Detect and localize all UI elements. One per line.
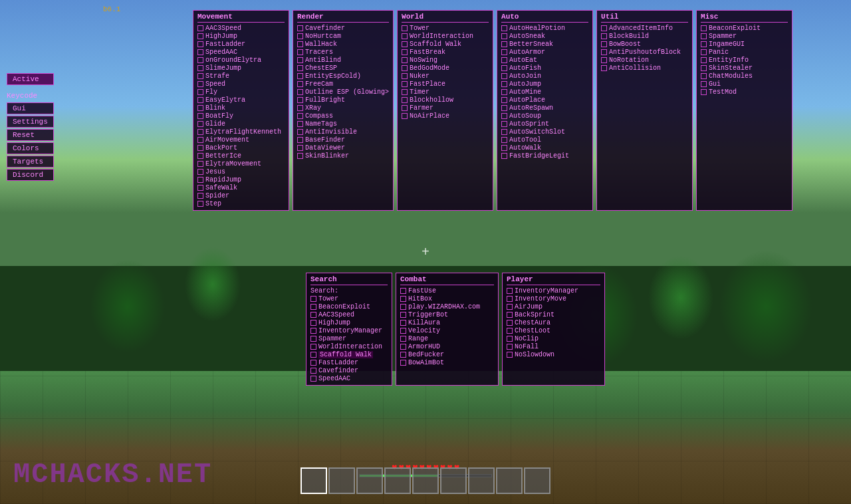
module-checkbox[interactable] [501,65,507,71]
module-checkbox[interactable] [402,57,408,63]
list-item[interactable]: NoRotation [601,57,688,64]
module-checkbox[interactable] [501,121,507,127]
list-item[interactable]: ElytraFlightKenneth [197,128,285,136]
hotbar-slot-2[interactable] [328,467,355,494]
module-checkbox[interactable] [197,41,203,47]
list-item[interactable]: BedGodMode [402,64,489,72]
module-checkbox[interactable] [507,312,513,318]
list-item[interactable]: Tower [310,295,388,303]
module-checkbox[interactable] [501,129,507,135]
module-checkbox[interactable] [501,97,507,103]
module-checkbox[interactable] [197,193,203,199]
list-item[interactable]: ChestESP [297,64,389,72]
list-item[interactable]: AutoMine [501,88,588,96]
list-item[interactable]: ChatModules [701,72,788,80]
list-item[interactable]: AAC3Speed [197,25,285,32]
module-checkbox[interactable] [701,49,707,55]
list-item[interactable]: BetterIce [197,152,285,160]
module-checkbox[interactable] [402,65,408,71]
hotbar-slot-8[interactable] [496,467,523,494]
list-item[interactable]: Nuker [402,72,489,80]
list-item[interactable]: KillAura [400,319,494,326]
list-item[interactable]: Glide [197,120,285,128]
list-item[interactable]: Outline ESP (Glowing> [297,88,389,96]
module-checkbox[interactable] [507,288,513,294]
module-checkbox[interactable] [310,336,316,342]
module-checkbox[interactable] [501,49,507,55]
list-item[interactable]: FastBreak [402,49,489,56]
module-checkbox[interactable] [507,352,513,358]
discord-button[interactable]: Discord [7,169,54,181]
list-item[interactable]: NoClip [507,335,600,342]
module-checkbox[interactable] [400,336,406,342]
module-checkbox[interactable] [601,41,607,47]
list-item[interactable]: WallHack [297,41,389,48]
list-item[interactable]: BeaconExploit [310,303,388,311]
hotbar-slot-7[interactable] [468,467,495,494]
module-checkbox[interactable] [297,57,303,63]
module-checkbox[interactable] [400,344,406,350]
list-item[interactable]: AutoArmor [501,49,588,56]
module-checkbox[interactable] [297,89,303,95]
list-item[interactable]: NoAirPlace [402,112,489,120]
module-checkbox[interactable] [701,41,707,47]
gui-button[interactable]: Gui [7,102,54,114]
list-item[interactable]: IngameGUI [701,41,788,48]
list-item[interactable]: AutoWalk [501,144,588,152]
list-item[interactable]: Tracers [297,49,389,56]
module-checkbox[interactable] [507,336,513,342]
module-checkbox[interactable] [297,137,303,143]
list-item[interactable]: Jesus [197,168,285,176]
module-checkbox[interactable] [197,177,203,183]
module-checkbox[interactable] [197,57,203,63]
list-item[interactable]: ChestAura [507,319,600,326]
module-checkbox[interactable] [310,344,316,350]
list-item[interactable]: WorldInteraction [402,33,489,40]
module-checkbox[interactable] [501,145,507,151]
list-item[interactable]: Strafe [197,72,285,80]
list-item[interactable]: BackSprint [507,311,600,318]
hotbar-slot-3[interactable] [356,467,383,494]
module-checkbox[interactable] [197,25,203,31]
targets-button[interactable]: Targets [7,156,54,168]
list-item[interactable]: EntityInfo [701,57,788,64]
reset-button[interactable]: Reset [7,129,54,141]
module-checkbox[interactable] [402,33,408,39]
module-checkbox[interactable] [197,145,203,151]
module-checkbox[interactable] [297,81,303,87]
module-checkbox[interactable] [197,137,203,143]
module-checkbox[interactable] [601,33,607,39]
list-item[interactable]: NameTags [297,120,389,128]
list-item[interactable]: AntiCollision [601,64,688,72]
module-checkbox[interactable] [197,113,203,119]
module-checkbox[interactable] [197,153,203,159]
list-item[interactable]: NoSwing [402,57,489,64]
list-item[interactable]: AdvancedItemInfo [601,25,688,32]
module-checkbox[interactable] [507,304,513,310]
hotbar-slot-6[interactable] [440,467,467,494]
module-checkbox[interactable] [501,137,507,143]
list-item[interactable]: AirMovement [197,136,285,144]
list-item[interactable]: ArmorHUD [400,343,494,350]
module-checkbox[interactable] [507,344,513,350]
list-item[interactable]: Step [197,200,285,207]
list-item[interactable]: InventoryMove [507,295,600,303]
list-item[interactable]: RapidJump [197,176,285,184]
list-item[interactable]: NoSlowdown [507,351,600,358]
list-item[interactable]: FreeCam [297,80,389,88]
module-checkbox[interactable] [297,129,303,135]
list-item[interactable]: Panic [701,49,788,56]
hotbar-slot-1[interactable] [301,467,327,494]
list-item[interactable]: FastBridgeLegit [501,152,588,160]
module-checkbox[interactable] [601,25,607,31]
module-checkbox[interactable] [310,320,316,326]
list-item[interactable]: AutoPlace [501,96,588,104]
module-checkbox[interactable] [507,320,513,326]
list-item[interactable]: SpeedAAC [197,49,285,56]
list-item[interactable]: AutoSwitchSlot [501,128,588,136]
module-checkbox[interactable] [297,33,303,39]
list-item[interactable]: Spammer [310,335,388,342]
list-item[interactable]: Scaffold Walk [402,41,489,48]
list-item[interactable]: NoFall [507,343,600,350]
module-checkbox[interactable] [701,33,707,39]
